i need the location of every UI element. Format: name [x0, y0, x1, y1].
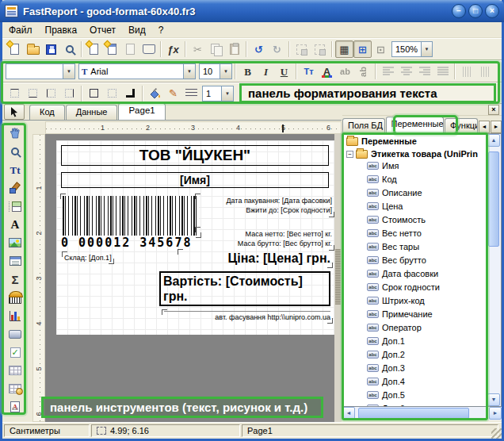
- app-icon[interactable]: [5, 5, 18, 17]
- font-size-dropdown-icon[interactable]: ▼: [220, 64, 231, 79]
- cost-text-object[interactable]: Вартість: [Стоимость] грн.: [159, 271, 330, 306]
- format-painter-button[interactable]: [6, 179, 25, 197]
- canvas-vertical-scrollbar[interactable]: [334, 134, 342, 422]
- align-left-button[interactable]: [379, 63, 397, 80]
- tree-item[interactable]: abcОператор: [367, 321, 422, 334]
- fill-color-button[interactable]: [146, 85, 164, 102]
- tree-item[interactable]: abcДоп.2: [367, 348, 405, 361]
- vertical-scroll-thumb[interactable]: [488, 151, 499, 247]
- fill-color-text-button[interactable]: A: [318, 63, 336, 80]
- cut-button[interactable]: ✂: [189, 40, 207, 58]
- menu-file[interactable]: Файл: [2, 23, 39, 37]
- tab-db-fields[interactable]: Поля БД: [342, 118, 385, 133]
- tabs-scroll-left[interactable]: ◄: [479, 121, 490, 133]
- tree-folder[interactable]: −Этикетка товара (UniPrin: [346, 148, 478, 160]
- dates-text-object[interactable]: Дата пакування: [Дата фасовки] Вжити до:…: [197, 196, 332, 215]
- barcode-object[interactable]: [63, 196, 199, 236]
- scroll-right-icon[interactable]: ►: [489, 407, 502, 420]
- font-name-combo[interactable]: T Arial ▼: [78, 63, 196, 79]
- maximize-button[interactable]: □: [468, 4, 483, 18]
- style-combo[interactable]: ▼: [6, 63, 75, 79]
- border-bottom-button[interactable]: [24, 85, 42, 102]
- font-size-combo[interactable]: 10 ▼: [199, 63, 232, 79]
- delete-page-button[interactable]: [121, 40, 139, 58]
- tab-functions[interactable]: Функци: [445, 118, 478, 133]
- zoom-tool-button[interactable]: [6, 143, 25, 160]
- text-rotation-button[interactable]: ab: [354, 63, 372, 80]
- tab-data[interactable]: Данные: [66, 105, 118, 120]
- tree-item[interactable]: abcДоп.3: [367, 362, 405, 374]
- chart-object-button[interactable]: [6, 307, 25, 324]
- variables-button[interactable]: ƒx: [164, 40, 182, 58]
- tree-item[interactable]: abcСтоимость: [367, 213, 426, 226]
- price-text-object[interactable]: Ціна: [Цена] грн.: [180, 251, 330, 266]
- border-none-button[interactable]: [103, 85, 121, 102]
- text-editor-tool-button[interactable]: Tt: [6, 161, 25, 178]
- tabs-scroll-right[interactable]: ►: [491, 121, 502, 133]
- tree-item[interactable]: abcШтрих-код: [367, 294, 425, 307]
- copy-button[interactable]: [207, 40, 225, 58]
- stock-text-object[interactable]: Склад: [Доп.1]: [64, 254, 112, 262]
- horizontal-scroll-thumb[interactable]: [358, 408, 469, 419]
- scroll-up-icon[interactable]: ▲: [487, 134, 500, 147]
- weight-text-object[interactable]: Маса нетто: [Вес нетто] кг. Маса брутто:…: [197, 229, 332, 248]
- zoom-combo[interactable]: 150% ▼: [391, 41, 433, 57]
- collapse-icon[interactable]: −: [346, 151, 353, 158]
- align-to-grid-button[interactable]: ⊞: [353, 40, 372, 58]
- hand-tool-button[interactable]: [6, 125, 25, 142]
- tree-root[interactable]: Переменные: [346, 135, 417, 148]
- open-report-button[interactable]: [24, 40, 42, 58]
- tree-vertical-scrollbar[interactable]: ▲ ▼: [487, 134, 501, 406]
- tree-item[interactable]: abcЦена: [367, 200, 403, 213]
- fit-to-grid-button[interactable]: ⊡: [372, 40, 390, 58]
- ungroup-button[interactable]: [311, 40, 329, 58]
- tree-item[interactable]: abcИмя: [367, 159, 399, 172]
- tree-item[interactable]: abcВес брутто: [367, 254, 426, 267]
- line-width-dropdown-icon[interactable]: ▼: [221, 86, 233, 101]
- group-button[interactable]: [292, 40, 311, 58]
- select-tool-button[interactable]: [4, 104, 25, 120]
- border-all-button[interactable]: [85, 85, 103, 102]
- tree-item[interactable]: abcКод: [367, 173, 397, 186]
- align-center-button[interactable]: [397, 63, 415, 80]
- picture-object-button[interactable]: [6, 234, 25, 251]
- line-style-button[interactable]: [182, 85, 200, 102]
- tab-code[interactable]: Код: [29, 105, 65, 120]
- tree-item[interactable]: abcДоп.5: [367, 389, 405, 401]
- bold-button[interactable]: B: [239, 63, 257, 80]
- name-text-object[interactable]: [Имя]: [61, 172, 329, 188]
- scroll-left-icon[interactable]: ◄: [342, 407, 355, 420]
- footer-text-object[interactable]: авт. фасування http:\\unipro.com.ua: [164, 311, 330, 321]
- minimize-button[interactable]: −: [452, 4, 466, 18]
- system-text-button[interactable]: Σ: [6, 270, 25, 288]
- new-page-button[interactable]: [85, 40, 103, 58]
- show-grid-button[interactable]: ▦: [335, 40, 353, 58]
- line-color-button[interactable]: ✎: [164, 85, 182, 102]
- tree-item[interactable]: abcПримечание: [367, 308, 433, 320]
- close-button[interactable]: ×: [485, 4, 499, 18]
- border-left-button[interactable]: [42, 85, 60, 102]
- undo-button[interactable]: ↺: [250, 40, 268, 58]
- menu-help[interactable]: ?: [152, 23, 170, 37]
- shape-object-button[interactable]: [6, 325, 25, 343]
- align-bottom-button[interactable]: [476, 63, 494, 80]
- align-right-button[interactable]: [415, 63, 433, 80]
- tree-item[interactable]: abcДоп.6: [367, 402, 405, 406]
- checkbox-object-button[interactable]: ✓: [6, 343, 25, 361]
- tree-item[interactable]: abcВес нетто: [367, 227, 422, 240]
- border-top-button[interactable]: [6, 85, 24, 102]
- page-settings-button[interactable]: [139, 40, 158, 58]
- font-color-button[interactable]: Tт: [300, 63, 318, 80]
- menu-report[interactable]: Отчет: [83, 23, 122, 37]
- redo-button[interactable]: ↻: [268, 40, 286, 58]
- tree-horizontal-scrollbar[interactable]: ◄ ►: [342, 407, 502, 420]
- barcode-digits[interactable]: 0 000012 345678: [61, 236, 204, 250]
- font-name-dropdown-icon[interactable]: ▼: [183, 64, 195, 79]
- menu-view[interactable]: Вид: [122, 23, 152, 37]
- new-report-button[interactable]: [6, 40, 24, 58]
- zoom-dropdown-icon[interactable]: ▼: [421, 42, 432, 56]
- new-dialog-button[interactable]: [103, 40, 121, 58]
- align-justify-button[interactable]: [433, 63, 452, 80]
- style-dropdown-icon[interactable]: ▼: [63, 64, 74, 79]
- richtext-object-button[interactable]: A: [6, 398, 25, 416]
